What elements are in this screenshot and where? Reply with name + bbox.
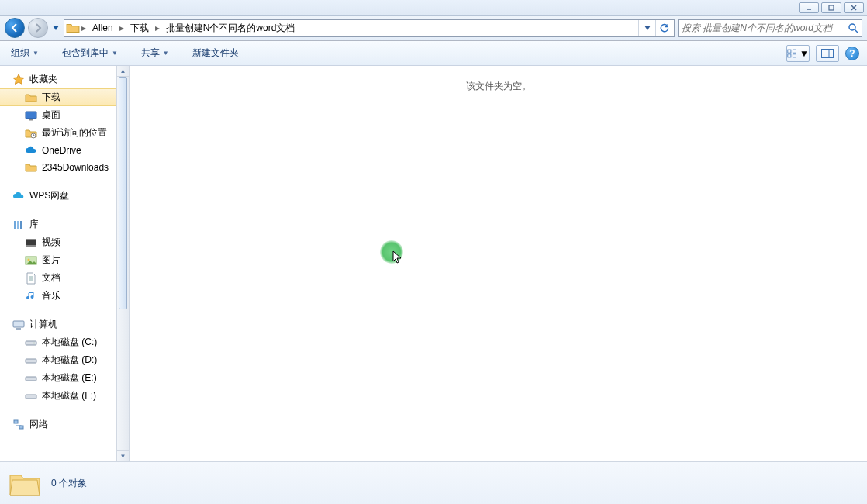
sidebar-group-wps[interactable]: WPS网盘: [0, 187, 116, 205]
sidebar-item-downloads[interactable]: 下载: [0, 88, 116, 106]
breadcrumb-segment[interactable]: 批量创建N个不同名的word文档: [161, 20, 300, 36]
include-menu[interactable]: 包含到库中 ▼: [59, 44, 121, 62]
toolbar-label: 包含到库中: [62, 47, 109, 60]
scroll-down-icon[interactable]: ▼: [117, 450, 129, 461]
sidebar-label: 网络: [29, 418, 48, 431]
main-area: 收藏夹 下载 桌面 最近访问的位置 OneDrive: [0, 66, 867, 461]
view-options-button[interactable]: ▼: [786, 45, 810, 62]
svg-rect-7: [793, 50, 796, 53]
chevron-right-icon: ▸: [118, 22, 126, 33]
svg-rect-1: [829, 5, 834, 10]
sidebar: 收藏夹 下载 桌面 最近访问的位置 OneDrive: [0, 66, 116, 461]
breadcrumb-segment[interactable]: Allen: [88, 20, 118, 36]
sidebar-item-pictures[interactable]: 图片: [0, 251, 116, 269]
caret-down-icon: ▼: [163, 50, 169, 57]
svg-rect-10: [822, 49, 834, 57]
sidebar-scrollbar[interactable]: ▲ ▼: [116, 66, 130, 461]
status-text: 0 个对象: [51, 477, 87, 490]
share-menu[interactable]: 共享 ▼: [138, 44, 172, 62]
recent-icon: [25, 127, 37, 140]
desktop-icon: [25, 109, 37, 122]
sidebar-item-drive-e[interactable]: 本地磁盘 (E:): [0, 369, 116, 387]
sidebar-group-libraries[interactable]: 库: [0, 216, 116, 233]
sidebar-label: 音乐: [42, 289, 60, 302]
sidebar-item-documents[interactable]: 文档: [0, 269, 116, 287]
sidebar-label: 收藏夹: [29, 73, 57, 86]
toolbar-label: 组织: [11, 47, 29, 60]
organize-menu[interactable]: 组织 ▼: [8, 44, 42, 62]
video-icon: [25, 236, 37, 249]
folder-icon: [66, 21, 80, 35]
sidebar-label: 视频: [42, 236, 60, 249]
history-dropdown[interactable]: [51, 18, 60, 38]
svg-rect-20: [26, 245, 36, 247]
drive-icon: [25, 390, 37, 402]
scroll-thumb[interactable]: [119, 77, 127, 309]
back-button[interactable]: [5, 18, 25, 38]
toolbar-label: 共享: [141, 47, 160, 60]
sidebar-label: 本地磁盘 (E:): [42, 371, 97, 385]
svg-rect-26: [13, 321, 24, 327]
sidebar-item-desktop[interactable]: 桌面: [0, 106, 116, 124]
svg-point-22: [28, 258, 30, 261]
svg-rect-17: [20, 221, 22, 229]
sidebar-label: 2345Downloads: [42, 162, 109, 173]
sidebar-item-recent[interactable]: 最近访问的位置: [0, 124, 116, 142]
sidebar-label: 本地磁盘 (C:): [42, 336, 97, 349]
caret-down-icon: ▼: [112, 50, 118, 57]
sidebar-label: 图片: [42, 254, 60, 267]
sidebar-label: 最近访问的位置: [42, 126, 107, 140]
breadcrumb-segment[interactable]: 下载: [126, 20, 154, 36]
search-input[interactable]: [682, 22, 848, 33]
sidebar-item-videos[interactable]: 视频: [0, 233, 116, 251]
sidebar-label: 本地磁盘 (D:): [42, 354, 97, 367]
close-button[interactable]: [844, 2, 864, 13]
sidebar-group-network[interactable]: 网络: [0, 416, 116, 433]
svg-rect-28: [26, 341, 36, 345]
sidebar-item-drive-d[interactable]: 本地磁盘 (D:): [0, 351, 116, 369]
svg-rect-12: [26, 112, 36, 119]
minimize-button[interactable]: [799, 2, 819, 13]
sidebar-label: OneDrive: [42, 145, 81, 156]
help-button[interactable]: ?: [845, 47, 859, 60]
sidebar-item-drive-c[interactable]: 本地磁盘 (C:): [0, 333, 116, 351]
document-icon: [25, 272, 37, 285]
cursor-icon: [392, 250, 403, 264]
scroll-up-icon[interactable]: ▲: [117, 66, 129, 77]
forward-button[interactable]: [28, 18, 48, 38]
sidebar-group-computer[interactable]: 计算机: [0, 316, 116, 333]
sidebar-item-music[interactable]: 音乐: [0, 287, 116, 305]
sidebar-label: 下载: [42, 91, 60, 104]
svg-rect-30: [26, 359, 36, 363]
svg-rect-33: [14, 420, 18, 423]
picture-icon: [25, 254, 37, 267]
nav-row: ▸ Allen ▸ 下载 ▸ 批量创建N个不同名的word文档: [0, 16, 867, 41]
sidebar-item-drive-f[interactable]: 本地磁盘 (F:): [0, 387, 116, 405]
svg-rect-16: [17, 221, 19, 229]
empty-folder-message: 该文件夹为空。: [130, 66, 867, 93]
maximize-button[interactable]: [821, 2, 841, 13]
chevron-right-icon: ▸: [80, 22, 88, 33]
svg-rect-13: [29, 119, 33, 121]
folder-icon: [25, 161, 37, 174]
svg-rect-8: [788, 54, 791, 57]
sidebar-item-onedrive[interactable]: OneDrive: [0, 142, 116, 159]
search-box[interactable]: [678, 19, 862, 37]
svg-point-29: [33, 342, 35, 343]
cloud-icon: [25, 144, 37, 157]
details-pane: 0 个对象: [0, 461, 867, 504]
sidebar-label: 本地磁盘 (F:): [42, 389, 96, 402]
sidebar-group-favorites[interactable]: 收藏夹: [0, 71, 116, 88]
new-folder-button[interactable]: 新建文件夹: [189, 44, 242, 62]
sidebar-label: 文档: [42, 271, 60, 285]
folder-icon: [25, 91, 37, 104]
preview-pane-button[interactable]: [816, 45, 839, 62]
drive-icon: [25, 372, 37, 385]
sidebar-label: WPS网盘: [29, 189, 69, 202]
address-bar[interactable]: ▸ Allen ▸ 下载 ▸ 批量创建N个不同名的word文档: [64, 19, 675, 37]
address-dropdown[interactable]: [638, 20, 655, 36]
refresh-button[interactable]: [655, 20, 672, 36]
svg-rect-34: [19, 426, 23, 429]
content-pane[interactable]: 该文件夹为空。: [130, 66, 867, 461]
sidebar-item-2345downloads[interactable]: 2345Downloads: [0, 159, 116, 176]
